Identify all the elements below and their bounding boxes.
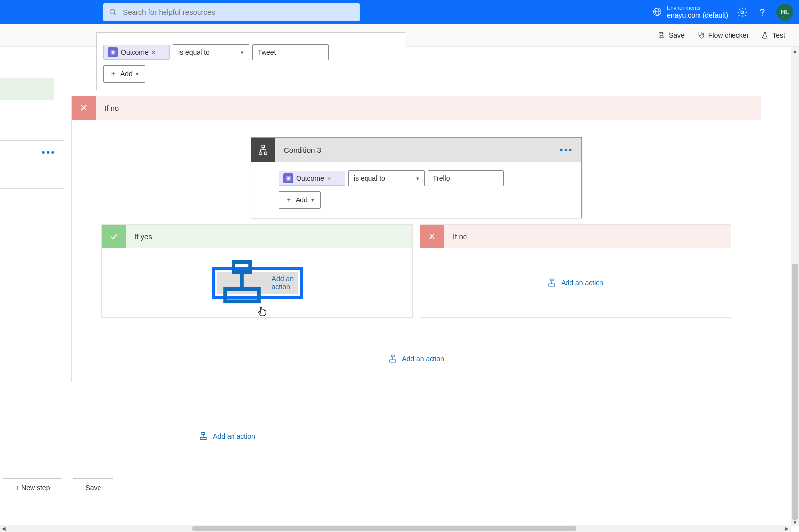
svg-point-16 [287,177,290,180]
svg-point-9 [112,51,114,54]
cropped-yes-branch [0,78,54,100]
environment-value: enayu.com (default) [667,11,728,19]
token-icon [108,47,118,57]
add-action-center: Add an action [72,354,761,363]
add-action-button[interactable]: Add an action [547,278,603,287]
svg-point-5 [741,11,744,14]
svg-rect-25 [391,355,394,357]
add-action-highlighted[interactable]: Add an action [212,267,303,299]
svg-rect-28 [202,433,205,435]
scroll-right-arrow[interactable]: ▶ [783,525,791,532]
card-menu[interactable]: ••• [560,145,573,155]
svg-rect-30 [200,437,206,440]
add-action-label: Add an action [213,432,255,440]
operator-text: is equal to [178,48,210,56]
if-no-header-inner: If no [420,225,731,248]
plus-icon: ＋ [110,69,117,78]
check-icon [109,232,119,241]
outer-if-no-container: If no Condition 3 ••• Outcome [71,96,761,382]
scroll-thumb-h[interactable] [192,526,576,531]
chevron-down-icon: ▾ [136,71,139,77]
condition-card-header[interactable]: Condition 3 ••• [251,138,581,162]
add-action-icon [547,278,556,287]
environment-icon [652,7,662,17]
cropped-card-body [0,164,64,189]
svg-rect-19 [225,289,259,302]
scroll-down-arrow[interactable]: ▼ [791,518,799,526]
test-button[interactable]: Test [761,31,785,39]
condition-value-input[interactable]: Tweet [252,44,329,60]
question-icon [757,7,767,18]
search-icon [109,8,117,16]
if-no-label-inner: If no [453,233,467,241]
flow-checker-button[interactable]: Flow checker [697,31,749,39]
if-no-header: If no [72,96,761,120]
condition-value-text: Trello [433,174,450,182]
token-remove[interactable]: × [327,175,331,182]
designer-footer: + New step Save [0,465,799,510]
svg-rect-22 [550,279,553,281]
if-yes-label: If yes [134,233,152,241]
stethoscope-icon [697,31,705,39]
operator-select[interactable]: is equal to ▾ [348,170,425,186]
flow-canvas[interactable]: Outcome × is equal to ▾ Tweet ＋ Add ▾ ••… [0,47,799,532]
svg-rect-27 [390,360,396,362]
svg-rect-12 [262,145,265,148]
svg-rect-14 [265,152,267,155]
add-condition-button[interactable]: ＋ Add ▾ [279,191,321,209]
avatar[interactable]: HL [776,4,793,21]
top-bar: Environments enayu.com (default) HL [0,0,799,24]
footer-save-button[interactable]: Save [73,478,113,497]
condition-icon [258,144,268,155]
new-step-button[interactable]: + New step [3,478,62,497]
token-icon [283,173,293,183]
add-condition-button[interactable]: ＋ Add ▾ [103,65,145,83]
ellipsis-icon[interactable]: ••• [42,147,56,158]
save-button[interactable]: Save [657,31,685,39]
settings-button[interactable] [737,7,748,18]
x-badge [72,96,96,120]
condition-3-card[interactable]: Condition 3 ••• Outcome × is equal to ▾ [251,137,582,218]
if-no-branch: If no Add an action [420,224,731,318]
condition-value-text: Tweet [258,48,276,56]
operator-text: is equal to [354,174,385,182]
if-no-label: If no [104,104,119,112]
scroll-up-arrow[interactable]: ▲ [791,47,799,55]
help-button[interactable] [757,7,767,18]
if-yes-branch: If yes Add an action [101,224,413,318]
condition-title: Condition 3 [284,146,321,154]
environment-label: Environments [667,5,728,11]
outcome-token[interactable]: Outcome × [103,45,170,60]
environment-picker[interactable]: Environments enayu.com (default) [652,5,728,19]
condition-icon-box [251,138,275,162]
add-action-label: Add an action [272,275,298,291]
operator-select[interactable]: is equal to ▾ [173,44,249,60]
gear-icon [737,7,748,18]
token-label: Outcome [296,174,324,182]
outcome-token[interactable]: Outcome × [279,171,345,186]
outer-add-action-row: Add an action [0,432,799,441]
add-action-button[interactable]: Add an action [199,432,255,441]
search-input[interactable] [123,8,354,16]
chevron-down-icon: ▾ [241,49,244,56]
add-label: Add [120,70,133,78]
condition-value-input[interactable]: Trello [428,170,504,186]
upper-condition-card: Outcome × is equal to ▾ Tweet ＋ Add ▾ [96,32,405,90]
test-label: Test [772,32,785,39]
add-action-label: Add an action [402,355,444,363]
cropped-action-card[interactable]: ••• [0,140,64,164]
svg-rect-13 [259,152,262,155]
condition-branches: If yes Add an action [101,224,731,318]
add-action-icon [217,258,267,308]
token-label: Outcome [121,48,149,56]
search-box[interactable] [103,3,360,21]
add-action-icon [388,354,397,363]
add-action-button[interactable]: Add an action [388,354,444,363]
svg-point-6 [762,15,763,16]
if-yes-header: If yes [102,225,412,248]
vertical-scrollbar[interactable]: ▲ ▼ [791,47,799,526]
horizontal-scrollbar[interactable]: ◀ ▶ [0,525,791,532]
token-remove[interactable]: × [152,49,156,56]
scroll-left-arrow[interactable]: ◀ [0,525,8,532]
scroll-thumb-v[interactable] [792,264,798,520]
